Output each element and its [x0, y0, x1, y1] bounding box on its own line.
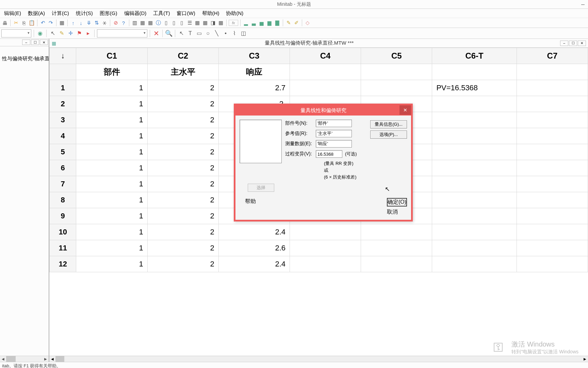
menu-graph[interactable]: 图形(G): [96, 9, 121, 18]
cell[interactable]: [517, 112, 588, 128]
filter-icon[interactable]: ⚹: [101, 19, 108, 26]
row-header[interactable]: 3: [50, 112, 76, 128]
cell[interactable]: [290, 240, 361, 256]
chart4-icon[interactable]: ▆: [266, 19, 273, 26]
cols-icon[interactable]: ▦: [194, 19, 201, 26]
search-icon[interactable]: 🔍: [165, 30, 173, 37]
row-header[interactable]: 5: [50, 144, 76, 160]
cell[interactable]: 1: [76, 144, 147, 160]
col-name[interactable]: 主水平: [147, 64, 218, 80]
select-button[interactable]: 选择: [248, 184, 274, 192]
panel-min-icon[interactable]: –: [22, 40, 30, 45]
rect-icon[interactable]: ▭: [195, 30, 203, 37]
cell[interactable]: [432, 192, 517, 208]
cell[interactable]: 2.4: [218, 224, 290, 240]
cell[interactable]: 1: [76, 80, 147, 96]
panel-hscroll[interactable]: ◀▶: [0, 356, 49, 362]
menu-data[interactable]: 数据(A): [24, 9, 48, 18]
col-header[interactable]: C4: [290, 48, 361, 64]
corner-cell[interactable]: ↓: [50, 48, 76, 64]
flag-icon[interactable]: ⚑: [76, 30, 83, 37]
redo-icon[interactable]: ↷: [47, 19, 54, 26]
brush-icon[interactable]: ✐: [293, 19, 300, 26]
globe-icon[interactable]: ◉: [36, 30, 44, 37]
cell[interactable]: [361, 80, 432, 96]
delete-icon[interactable]: ✕: [152, 30, 160, 37]
menu-tools[interactable]: 工具(T): [150, 9, 173, 18]
cell[interactable]: [432, 240, 517, 256]
dialog-close-icon[interactable]: ✕: [399, 105, 411, 115]
crosshair-icon[interactable]: ✛: [67, 30, 74, 37]
col-name[interactable]: 响应: [218, 64, 290, 80]
paste-icon[interactable]: 📋: [28, 19, 35, 26]
pointer2-icon[interactable]: ↖: [178, 30, 185, 37]
cell[interactable]: [290, 224, 361, 240]
circle-icon[interactable]: ○: [204, 30, 212, 37]
cell[interactable]: [432, 144, 517, 160]
cut-icon[interactable]: ✂: [13, 19, 19, 26]
cell[interactable]: 2: [147, 192, 218, 208]
col-header[interactable]: C6-T: [432, 48, 517, 64]
cell[interactable]: [517, 176, 588, 192]
polyline-icon[interactable]: ⌇: [231, 30, 238, 37]
wand-icon[interactable]: ✎: [285, 19, 292, 26]
minimize-icon[interactable]: –: [581, 1, 585, 8]
cell[interactable]: [290, 256, 361, 272]
help-icon[interactable]: ?: [120, 19, 127, 26]
cell[interactable]: [517, 160, 588, 176]
table-icon[interactable]: ▦: [202, 19, 209, 26]
cell[interactable]: 1: [76, 208, 147, 224]
fx-button[interactable]: fx: [229, 20, 238, 26]
no-entry-icon[interactable]: ⊘: [112, 19, 119, 26]
col-header[interactable]: C1: [76, 48, 147, 64]
dialog-titlebar[interactable]: 量具线性和偏倚研究 ✕: [235, 105, 411, 116]
cell[interactable]: [517, 192, 588, 208]
menu-editor[interactable]: 编辑器(D): [121, 9, 150, 18]
find-icon[interactable]: ⤋: [85, 19, 92, 26]
cell[interactable]: [432, 96, 517, 112]
row-header[interactable]: 8: [50, 192, 76, 208]
page-icon[interactable]: ▯: [170, 19, 177, 26]
eraser-icon[interactable]: ◇: [304, 19, 311, 26]
row-header[interactable]: 2: [50, 96, 76, 112]
cell[interactable]: [517, 80, 588, 96]
row-header[interactable]: 10: [50, 224, 76, 240]
play-icon[interactable]: ▸: [84, 30, 92, 37]
marker-icon[interactable]: ◫: [240, 30, 247, 37]
cell[interactable]: 2: [147, 112, 218, 128]
options-button[interactable]: 选项(P)...: [370, 131, 407, 139]
col-header[interactable]: C2: [147, 48, 218, 64]
menu-stat[interactable]: 统计(S): [72, 9, 96, 18]
cell[interactable]: 1: [76, 240, 147, 256]
chart5-icon[interactable]: ▇: [274, 19, 281, 26]
cell[interactable]: [432, 128, 517, 144]
ref-input[interactable]: [316, 130, 352, 137]
cell[interactable]: 2: [147, 144, 218, 160]
cell[interactable]: [517, 240, 588, 256]
cell[interactable]: 1: [76, 112, 147, 128]
cell[interactable]: 2: [147, 240, 218, 256]
col-name[interactable]: 部件: [76, 64, 147, 80]
cell[interactable]: 1: [76, 256, 147, 272]
dot-icon[interactable]: •: [222, 30, 229, 37]
cell[interactable]: 2: [147, 96, 218, 112]
arrow-down-icon[interactable]: ↓: [78, 19, 84, 26]
cell[interactable]: [432, 208, 517, 224]
menu-edit[interactable]: 辑辑(E): [1, 9, 24, 18]
cell[interactable]: 2: [147, 80, 218, 96]
new-icon[interactable]: ▦: [59, 19, 65, 26]
help-button[interactable]: 帮助: [245, 198, 256, 216]
cell[interactable]: 2: [147, 176, 218, 192]
sort-icon[interactable]: ⇅: [93, 19, 100, 26]
chart2-icon[interactable]: ▃: [250, 19, 257, 26]
cell[interactable]: 1: [76, 192, 147, 208]
cell[interactable]: [517, 96, 588, 112]
row-header[interactable]: 6: [50, 160, 76, 176]
cell[interactable]: [517, 144, 588, 160]
print-icon[interactable]: 🖶: [1, 19, 8, 26]
pointer-icon[interactable]: ↖: [49, 30, 56, 37]
cell[interactable]: 2: [147, 208, 218, 224]
ws-min-icon[interactable]: –: [560, 41, 568, 46]
cell[interactable]: 2.7: [218, 80, 290, 96]
col-header[interactable]: C3: [218, 48, 290, 64]
